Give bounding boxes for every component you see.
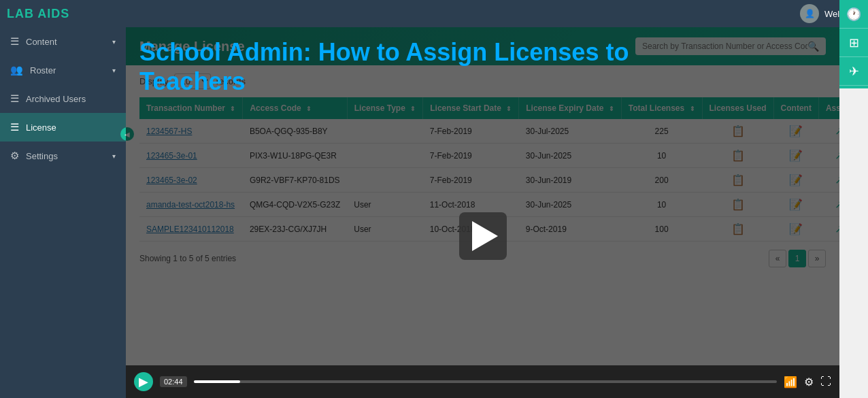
app-logo: LAB AIDS xyxy=(7,7,69,21)
sidebar-item-license[interactable]: ☰ License ◀ xyxy=(0,113,126,142)
play-button[interactable] xyxy=(459,212,507,260)
video-play-button[interactable]: ▶ xyxy=(134,372,153,391)
logo-area: LAB AIDS xyxy=(7,7,69,21)
content-icon: ☰ xyxy=(10,35,19,48)
clock-icon[interactable]: 🕐 xyxy=(839,0,868,29)
video-title: School Admin: How to Assign Licenses toT… xyxy=(139,37,826,96)
sidebar-item-label: Archived Users xyxy=(26,94,86,104)
sidebar-item-archived-users[interactable]: ☰ Archived Users xyxy=(0,84,126,113)
license-icon: ☰ xyxy=(10,121,19,133)
settings-icon[interactable]: ⚙ xyxy=(804,376,814,388)
volume-icon[interactable]: 📶 xyxy=(784,376,797,388)
chevron-down-icon: ▾ xyxy=(112,152,116,160)
play-triangle-icon xyxy=(472,221,498,251)
video-progress-fill xyxy=(194,380,241,383)
sidebar-item-label: License xyxy=(26,122,56,133)
avatar[interactable]: 👤 xyxy=(800,4,819,23)
video-center xyxy=(126,106,839,365)
roster-icon: 👥 xyxy=(10,64,23,76)
right-panel-icons: 🕐 ⊞ ✈ xyxy=(839,0,868,88)
video-progress-bar[interactable] xyxy=(194,380,777,383)
sidebar: ☰ Content ▾ 👥 Roster ▾ ☰ Archived Users … xyxy=(0,27,126,398)
video-controls-bar: ▶ 02:44 📶 ⚙ ⛶ xyxy=(126,365,839,398)
settings-icon: ⚙ xyxy=(10,150,19,162)
video-time: 02:44 xyxy=(160,376,187,387)
chevron-down-icon: ▾ xyxy=(112,38,116,46)
video-title-bar: School Admin: How to Assign Licenses toT… xyxy=(126,27,839,106)
sidebar-item-label: Roster xyxy=(30,65,56,76)
sidebar-item-label: Settings xyxy=(26,151,58,161)
sidebar-item-roster[interactable]: 👥 Roster ▾ xyxy=(0,56,126,84)
main-content: Manage License 🔍 Display 10 25 50 100 re… xyxy=(126,27,839,398)
chevron-down-icon: ▾ xyxy=(112,67,116,74)
sidebar-item-content[interactable]: ☰ Content ▾ xyxy=(0,27,126,56)
send-icon[interactable]: ✈ xyxy=(839,57,868,86)
video-overlay: School Admin: How to Assign Licenses toT… xyxy=(126,27,839,398)
sidebar-item-settings[interactable]: ⚙ Settings ▾ xyxy=(0,142,126,170)
archived-icon: ☰ xyxy=(10,93,19,105)
fullscreen-icon[interactable]: ⛶ xyxy=(820,376,831,388)
top-navbar: LAB AIDS 👤 Welcome xyxy=(0,0,868,27)
layers-icon[interactable]: ⊞ xyxy=(839,29,868,57)
sidebar-item-label: Content xyxy=(26,37,57,47)
video-right-controls: 📶 ⚙ ⛶ xyxy=(784,376,831,388)
